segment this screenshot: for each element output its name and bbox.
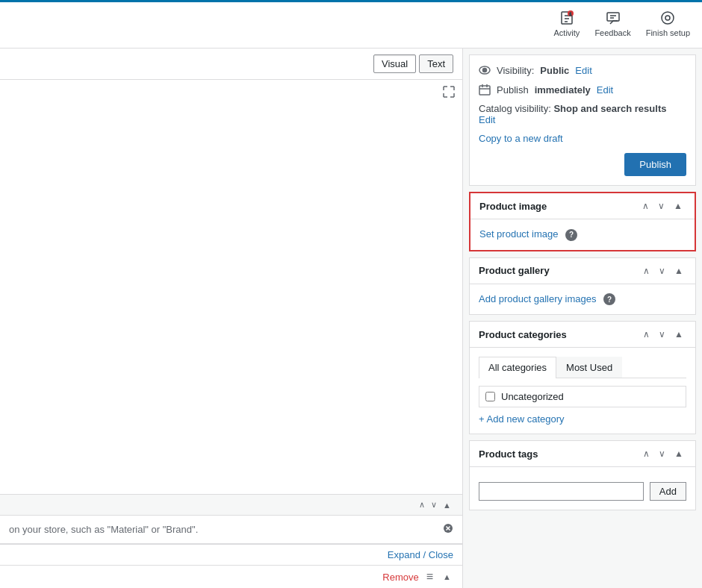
publish-btn-row: Publish	[479, 153, 686, 176]
expand-arrows-icon	[443, 86, 455, 98]
visibility-value: Public	[540, 65, 569, 76]
visual-button[interactable]: Visual	[373, 54, 416, 73]
main-layout: Visual Text ∧ ∨ ▲ on your	[0, 49, 702, 588]
categories-collapse-btn[interactable]: ▲	[671, 328, 686, 341]
product-categories-metabox: Product categories ∧ ∨ ▲ All categories …	[469, 321, 696, 434]
publish-timing-row: Publish immediately Edit	[479, 84, 686, 96]
section-placeholder-text: on your store, such as "Material" or "Br…	[9, 524, 198, 535]
set-product-image-link[interactable]: Set product image	[479, 228, 559, 240]
product-categories-title: Product categories	[479, 329, 567, 340]
add-gallery-images-link[interactable]: Add product gallery images	[479, 293, 597, 304]
finish-setup-icon	[660, 10, 675, 25]
product-gallery-collapse-btn[interactable]: ▲	[671, 264, 686, 278]
section-down-btn[interactable]: ∨	[429, 499, 439, 510]
text-button[interactable]: Text	[419, 54, 453, 73]
product-gallery-title: Product gallery	[479, 265, 550, 276]
product-image-controls: ∧ ∨ ▲	[639, 199, 686, 213]
product-gallery-info-icon[interactable]: ?	[603, 293, 615, 304]
tab-all-categories[interactable]: All categories	[479, 357, 556, 378]
uncategorized-row: Uncategorized	[479, 386, 686, 407]
drag-handle-icon: ≡	[426, 570, 433, 584]
editor-area: Visual Text ∧ ∨ ▲ on your	[0, 49, 463, 588]
catalog-value: Shop and search results	[553, 103, 666, 114]
eye-icon	[479, 64, 491, 76]
section-bar-top: ∧ ∨ ▲	[0, 494, 462, 516]
gallery-info-circle-icon: ?	[603, 293, 615, 305]
expand-close-link[interactable]: Expand / Close	[388, 549, 453, 560]
product-image-collapse-btn[interactable]: ▲	[671, 199, 686, 213]
product-tags-controls: ∧ ∨ ▲	[640, 447, 686, 460]
remove-link[interactable]: Remove	[382, 572, 418, 583]
editor-toolbar: Visual Text	[0, 49, 462, 80]
tags-input-row: Add	[479, 482, 686, 501]
feedback-label: Feedback	[594, 28, 630, 37]
svg-point-5	[665, 16, 670, 20]
svg-text:1: 1	[570, 12, 572, 16]
calendar-icon	[479, 84, 491, 96]
categories-down-btn[interactable]: ∨	[656, 328, 668, 341]
tags-down-btn[interactable]: ∨	[656, 447, 668, 460]
section-collapse-btn[interactable]: ▲	[441, 500, 453, 510]
uncategorized-label: Uncategorized	[501, 391, 564, 402]
copy-draft-link[interactable]: Copy to a new draft	[479, 133, 563, 144]
product-tags-title: Product tags	[479, 448, 538, 460]
product-categories-header: Product categories ∧ ∨ ▲	[470, 322, 695, 348]
bottom-sections: ∧ ∨ ▲ on your store, such as "Material" …	[0, 494, 462, 588]
product-image-header: Product image ∧ ∨ ▲	[470, 193, 695, 219]
tags-collapse-btn[interactable]: ▲	[671, 447, 686, 460]
product-image-title: Product image	[479, 201, 547, 212]
product-image-down-btn[interactable]: ∨	[655, 199, 668, 213]
section-up-btn[interactable]: ∧	[417, 499, 427, 510]
categories-up-btn[interactable]: ∧	[640, 328, 653, 341]
add-tag-button[interactable]: Add	[650, 482, 686, 501]
activity-label: Activity	[554, 28, 580, 37]
header-actions: 1 Activity Feedback Finish setup	[554, 10, 690, 37]
x-icon	[443, 523, 453, 534]
visibility-edit-link[interactable]: Edit	[575, 65, 591, 76]
publish-label: Publish	[497, 84, 529, 96]
product-categories-controls: ∧ ∨ ▲	[640, 328, 686, 341]
row-up-btn[interactable]: ▲	[441, 572, 453, 582]
product-gallery-controls: ∧ ∨ ▲	[640, 264, 686, 278]
publish-timing: immediately	[535, 84, 591, 96]
product-gallery-body: Add product gallery images ?	[470, 284, 695, 315]
editor-content	[0, 80, 462, 304]
add-category-link[interactable]: + Add new category	[479, 413, 565, 425]
section-arrow-controls: ∧ ∨ ▲	[417, 499, 453, 510]
publish-box: Visibility: Public Edit Publish immediat…	[469, 54, 696, 186]
product-tags-body: Add	[470, 467, 695, 510]
copy-draft-row: Copy to a new draft	[479, 133, 686, 144]
section-content-bar: on your store, such as "Material" or "Br…	[0, 516, 462, 544]
catalog-edit-link[interactable]: Edit	[479, 114, 495, 125]
product-gallery-down-btn[interactable]: ∨	[656, 264, 668, 278]
finish-setup-button[interactable]: Finish setup	[646, 10, 690, 37]
product-gallery-header: Product gallery ∧ ∨ ▲	[470, 258, 695, 284]
remove-row: Expand / Close	[0, 544, 462, 565]
section-close-btn[interactable]	[443, 523, 453, 536]
svg-rect-3	[607, 13, 619, 21]
feedback-icon	[606, 10, 621, 25]
product-image-info-icon[interactable]: ?	[565, 228, 577, 240]
product-image-up-btn[interactable]: ∧	[639, 199, 652, 213]
publish-button[interactable]: Publish	[624, 153, 686, 176]
svg-rect-9	[479, 86, 490, 95]
svg-point-8	[483, 69, 487, 72]
info-circle-icon: ?	[565, 229, 577, 241]
uncategorized-checkbox[interactable]	[485, 392, 495, 401]
product-gallery-metabox: Product gallery ∧ ∨ ▲ Add product galler…	[469, 257, 696, 316]
product-categories-body: All categories Most Used Uncategorized +…	[470, 348, 695, 434]
catalog-label: Catalog visibility:	[479, 103, 551, 114]
svg-point-4	[662, 12, 674, 24]
tags-input[interactable]	[479, 482, 644, 501]
tags-up-btn[interactable]: ∧	[640, 447, 653, 460]
product-tags-metabox: Product tags ∧ ∨ ▲ Add	[469, 440, 696, 510]
visibility-row: Visibility: Public Edit	[479, 64, 686, 76]
product-gallery-up-btn[interactable]: ∧	[640, 264, 653, 278]
product-image-body: Set product image ?	[470, 219, 695, 250]
feedback-button[interactable]: Feedback	[594, 10, 630, 37]
tab-most-used[interactable]: Most Used	[556, 357, 622, 378]
activity-button[interactable]: 1 Activity	[554, 10, 580, 37]
categories-tab-bar: All categories Most Used	[479, 357, 686, 378]
publish-edit-link[interactable]: Edit	[597, 84, 613, 96]
expand-icon[interactable]	[443, 86, 455, 101]
